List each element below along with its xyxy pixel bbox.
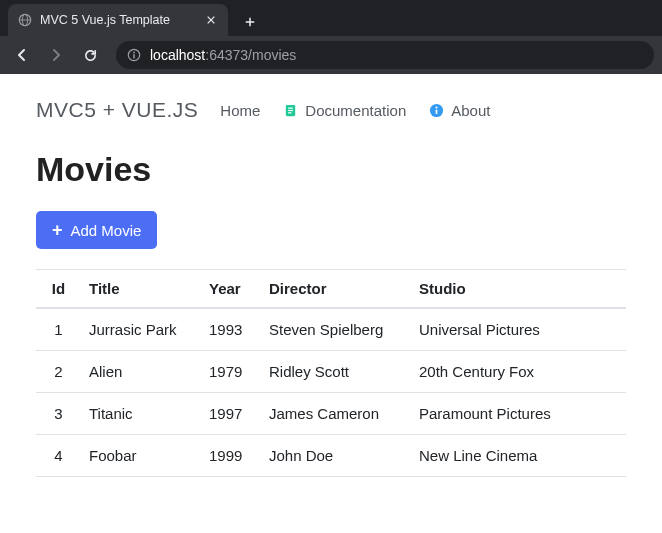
- cell-year: 1979: [201, 351, 261, 393]
- plus-icon: +: [52, 221, 63, 239]
- svg-point-15: [435, 106, 437, 108]
- url-text: localhost:64373/movies: [150, 47, 296, 63]
- browser-chrome: MVC 5 Vue.js Template localhost:64373/mo…: [0, 0, 662, 74]
- page-content: MVC5 + VUE.JS Home Documentation About M…: [0, 74, 662, 501]
- reload-button[interactable]: [76, 41, 104, 69]
- cell-id: 4: [36, 435, 81, 477]
- table-row: 4 Foobar 1999 John Doe New Line Cinema: [36, 435, 626, 477]
- cell-director: James Cameron: [261, 393, 411, 435]
- new-tab-button[interactable]: [236, 8, 264, 36]
- nav-home-label: Home: [220, 102, 260, 119]
- close-icon[interactable]: [204, 13, 218, 27]
- col-title: Title: [81, 270, 201, 309]
- cell-director: Ridley Scott: [261, 351, 411, 393]
- nav-about[interactable]: About: [428, 102, 490, 119]
- url-port: :64373: [205, 47, 248, 63]
- cell-studio: Paramount Pictures: [411, 393, 626, 435]
- cell-id: 1: [36, 308, 81, 351]
- cell-year: 1993: [201, 308, 261, 351]
- url-path: /movies: [248, 47, 296, 63]
- nav-about-label: About: [451, 102, 490, 119]
- globe-icon: [18, 13, 32, 27]
- cell-title: Titanic: [81, 393, 201, 435]
- browser-toolbar: localhost:64373/movies: [0, 36, 662, 74]
- svg-rect-9: [133, 54, 134, 58]
- nav-home[interactable]: Home: [220, 102, 260, 119]
- document-icon: [282, 102, 298, 118]
- svg-point-8: [133, 52, 135, 54]
- forward-button[interactable]: [42, 41, 70, 69]
- table-header-row: Id Title Year Director Studio: [36, 270, 626, 309]
- info-icon: [428, 102, 444, 118]
- table-body: 1 Jurrasic Park 1993 Steven Spielberg Un…: [36, 308, 626, 477]
- browser-tab[interactable]: MVC 5 Vue.js Template: [8, 4, 228, 36]
- cell-id: 2: [36, 351, 81, 393]
- svg-rect-16: [435, 109, 437, 114]
- cell-title: Alien: [81, 351, 201, 393]
- add-movie-button[interactable]: + Add Movie: [36, 211, 157, 249]
- cell-id: 3: [36, 393, 81, 435]
- col-director: Director: [261, 270, 411, 309]
- cell-year: 1997: [201, 393, 261, 435]
- cell-title: Foobar: [81, 435, 201, 477]
- tab-title: MVC 5 Vue.js Template: [40, 13, 196, 27]
- cell-studio: 20th Century Fox: [411, 351, 626, 393]
- address-bar[interactable]: localhost:64373/movies: [116, 41, 654, 69]
- tab-bar: MVC 5 Vue.js Template: [0, 0, 662, 36]
- page-title: Movies: [36, 150, 626, 189]
- table-row: 1 Jurrasic Park 1993 Steven Spielberg Un…: [36, 308, 626, 351]
- brand[interactable]: MVC5 + VUE.JS: [36, 98, 198, 122]
- nav-documentation-label: Documentation: [305, 102, 406, 119]
- cell-year: 1999: [201, 435, 261, 477]
- cell-studio: New Line Cinema: [411, 435, 626, 477]
- cell-director: Steven Spielberg: [261, 308, 411, 351]
- table-row: 2 Alien 1979 Ridley Scott 20th Century F…: [36, 351, 626, 393]
- cell-title: Jurrasic Park: [81, 308, 201, 351]
- nav-documentation[interactable]: Documentation: [282, 102, 406, 119]
- col-studio: Studio: [411, 270, 626, 309]
- cell-director: John Doe: [261, 435, 411, 477]
- movies-table: Id Title Year Director Studio 1 Jurrasic…: [36, 269, 626, 477]
- site-info-icon[interactable]: [126, 47, 142, 63]
- table-row: 3 Titanic 1997 James Cameron Paramount P…: [36, 393, 626, 435]
- col-id: Id: [36, 270, 81, 309]
- back-button[interactable]: [8, 41, 36, 69]
- add-movie-label: Add Movie: [71, 222, 142, 239]
- cell-studio: Universal Pictures: [411, 308, 626, 351]
- navbar: MVC5 + VUE.JS Home Documentation About: [36, 98, 626, 122]
- col-year: Year: [201, 270, 261, 309]
- url-host: localhost: [150, 47, 205, 63]
